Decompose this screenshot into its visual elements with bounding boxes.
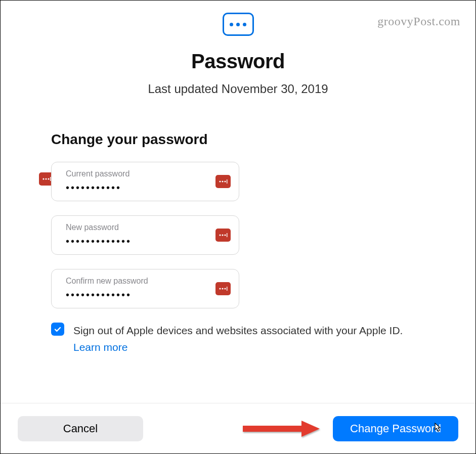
svg-point-9 — [222, 234, 223, 236]
svg-rect-16 — [243, 426, 302, 432]
field-value: ••••••••••••• — [66, 236, 210, 247]
change-password-button[interactable]: Change Password — [333, 416, 458, 441]
password-manager-icon[interactable] — [215, 175, 231, 188]
svg-point-2 — [48, 178, 49, 179]
learn-more-link[interactable]: Learn more — [73, 341, 127, 353]
section-heading: Change your password — [51, 131, 425, 148]
password-manager-icon[interactable] — [215, 282, 231, 295]
footer: Cancel Change Password — [1, 403, 475, 453]
current-password-field[interactable]: Current password ••••••••••• — [51, 162, 239, 201]
field-value: ••••••••••••• — [66, 290, 210, 301]
confirm-password-field[interactable]: Confirm new password ••••••••••••• — [51, 269, 239, 308]
cancel-button[interactable]: Cancel — [18, 416, 143, 441]
new-password-field[interactable]: New password ••••••••••••• — [51, 215, 239, 255]
svg-point-14 — [224, 288, 226, 289]
svg-point-4 — [219, 180, 221, 182]
content: Change your password Current password ••… — [1, 96, 475, 355]
svg-point-6 — [224, 180, 226, 182]
svg-rect-11 — [227, 233, 227, 237]
field-value: ••••••••••• — [66, 183, 210, 194]
svg-marker-17 — [301, 421, 320, 437]
svg-rect-15 — [227, 287, 227, 291]
dialog-frame: groovyPost.com Password Last updated Nov… — [0, 0, 476, 454]
svg-point-13 — [222, 288, 223, 289]
svg-point-1 — [45, 178, 47, 179]
field-label: Current password — [66, 169, 210, 178]
page-title: Password — [1, 50, 475, 73]
checkbox-text: Sign out of Apple devices and websites a… — [73, 325, 403, 336]
svg-point-8 — [219, 234, 221, 236]
svg-point-12 — [219, 288, 221, 289]
svg-point-5 — [222, 180, 223, 182]
field-label: Confirm new password — [66, 277, 210, 286]
watermark: groovyPost.com — [377, 15, 460, 28]
svg-rect-7 — [227, 179, 227, 184]
signout-checkbox-label: Sign out of Apple devices and websites a… — [73, 323, 420, 355]
signout-checkbox[interactable] — [51, 323, 64, 336]
field-label: New password — [66, 223, 210, 232]
annotation-arrow — [241, 418, 322, 440]
svg-point-0 — [42, 178, 44, 179]
password-icon — [223, 13, 254, 36]
signout-checkbox-row: Sign out of Apple devices and websites a… — [51, 323, 425, 355]
password-manager-icon[interactable] — [215, 229, 231, 242]
last-updated-text: Last updated November 30, 2019 — [1, 82, 475, 96]
svg-point-10 — [224, 234, 226, 236]
